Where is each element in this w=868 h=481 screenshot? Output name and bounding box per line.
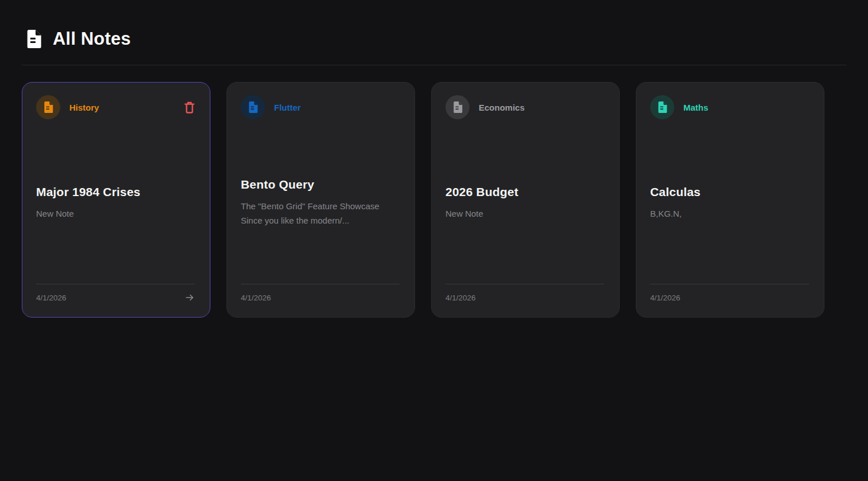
card-body: Calculas B,KG.N, [650, 119, 809, 284]
card-footer: 4/1/2026 [445, 284, 604, 303]
note-title: 2026 Budget [445, 185, 604, 199]
card-body: Bento Query The "Bento Grid" Feature Sho… [241, 119, 400, 284]
card-category-label: Economics [479, 103, 584, 112]
category-icon-chip [650, 95, 674, 119]
card-header: Economics [445, 95, 604, 119]
document-icon [42, 101, 54, 113]
note-title: Bento Query [241, 178, 400, 191]
card-category-label: Flutter [274, 103, 380, 112]
card-category-label: History [69, 103, 175, 112]
note-card[interactable]: Economics 2026 Budget New Note 4/1/2026 [431, 82, 620, 318]
category-icon-chip [36, 95, 60, 119]
document-icon [452, 101, 463, 113]
note-date: 4/1/2026 [36, 294, 67, 302]
card-footer: 4/1/2026 [650, 284, 809, 303]
card-body: Major 1984 Crises New Note [36, 119, 195, 284]
category-icon-chip [445, 95, 470, 119]
note-description: The "Bento Grid" Feature Showcase Since … [241, 199, 400, 228]
note-card[interactable]: Maths Calculas B,KG.N, 4/1/2026 [636, 82, 824, 318]
trash-icon [184, 101, 195, 114]
card-category-label: Maths [683, 103, 789, 112]
note-date: 4/1/2026 [650, 294, 681, 302]
note-description: New Note [445, 206, 604, 221]
note-description: New Note [36, 206, 195, 221]
card-footer: 4/1/2026 [241, 284, 400, 303]
document-icon [247, 101, 259, 113]
note-description: B,KG.N, [650, 206, 809, 221]
note-title: Major 1984 Crises [36, 185, 195, 199]
delete-note-button[interactable] [184, 101, 195, 114]
page-header: All Notes [22, 0, 846, 65]
note-icon [25, 30, 41, 48]
note-card[interactable]: Flutter Bento Query The "Bento Grid" Fea… [226, 82, 415, 318]
card-header: Flutter [241, 95, 400, 119]
card-footer: 4/1/2026 [36, 284, 195, 303]
document-icon [656, 101, 668, 113]
note-card[interactable]: History Major 1984 Crises New Note 4/1/2… [22, 82, 210, 318]
category-icon-chip [241, 95, 265, 119]
card-body: 2026 Budget New Note [445, 119, 604, 284]
card-header: History [36, 95, 195, 119]
note-date: 4/1/2026 [445, 294, 476, 302]
note-title: Calculas [650, 185, 809, 199]
notes-grid: History Major 1984 Crises New Note 4/1/2… [22, 82, 846, 318]
page-title: All Notes [53, 29, 131, 49]
arrow-icon[interactable] [185, 292, 195, 303]
card-header: Maths [650, 95, 809, 119]
all-notes-page: All Notes History Maj [0, 0, 868, 481]
note-date: 4/1/2026 [241, 294, 271, 302]
